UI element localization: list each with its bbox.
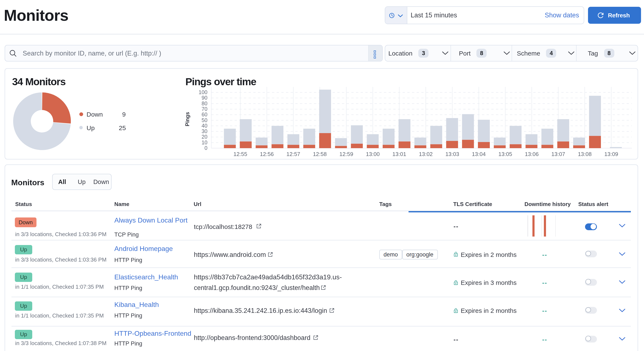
svg-text:100: 100: [198, 89, 208, 95]
svg-text:12:56: 12:56: [260, 151, 274, 157]
svg-text:13:09: 13:09: [604, 151, 618, 157]
svg-text:13:04: 13:04: [472, 151, 486, 157]
svg-text:40: 40: [202, 123, 208, 129]
svg-text:13:01: 13:01: [392, 151, 406, 157]
svg-text:12:57: 12:57: [286, 151, 300, 157]
svg-text:0: 0: [204, 145, 208, 151]
svg-text:13:05: 13:05: [498, 151, 512, 157]
svg-text:30: 30: [202, 128, 208, 134]
svg-text:Pings: Pings: [184, 112, 190, 126]
svg-text:13:07: 13:07: [551, 151, 565, 157]
svg-text:90: 90: [202, 95, 208, 101]
svg-text:60: 60: [202, 111, 208, 117]
svg-text:13:02: 13:02: [419, 151, 433, 157]
svg-text:13:00: 13:00: [366, 151, 380, 157]
svg-text:20: 20: [202, 134, 208, 140]
svg-text:80: 80: [202, 100, 208, 106]
svg-text:13:08: 13:08: [578, 151, 592, 157]
svg-text:13:03: 13:03: [446, 151, 459, 157]
svg-text:13:06: 13:06: [525, 151, 538, 157]
svg-text:12:55: 12:55: [233, 151, 247, 157]
svg-text:10: 10: [202, 139, 208, 145]
svg-text:12:58: 12:58: [313, 151, 327, 157]
svg-text:12:59: 12:59: [340, 151, 353, 157]
svg-text:70: 70: [202, 106, 208, 112]
svg-text:50: 50: [202, 117, 208, 123]
